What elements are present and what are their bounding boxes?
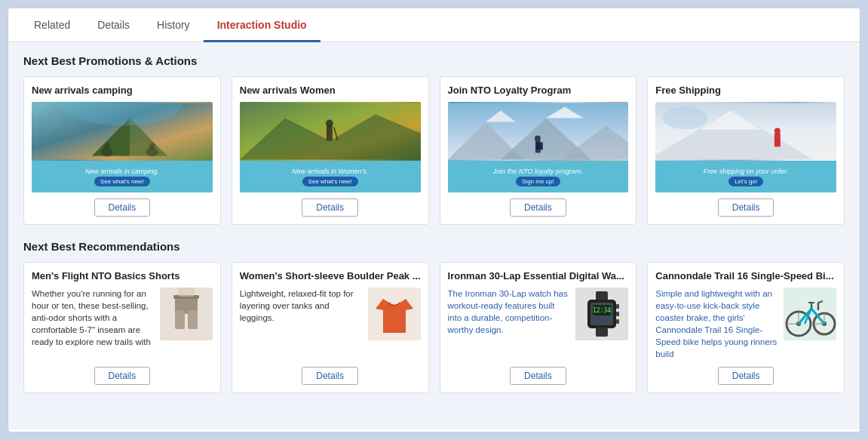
svg-point-26	[774, 128, 781, 134]
svg-rect-39	[616, 312, 619, 316]
promo-card-loyalty-title: Join NTO Loyalty Program	[448, 85, 629, 96]
tab-history[interactable]: History	[143, 8, 204, 42]
promo-loyalty-caption: Join the NTO loyalty program.	[493, 168, 583, 175]
rec-card-tshirt-details-btn[interactable]: Details	[302, 367, 358, 385]
tab-related[interactable]: Related	[20, 8, 84, 42]
svg-rect-33	[596, 291, 608, 300]
promo-women-details-btn[interactable]: Details	[302, 198, 358, 217]
rec-card-watch-details-btn[interactable]: Details	[510, 367, 566, 385]
rec-card-shorts-title: Men's Flight NTO Basics Shorts	[32, 270, 213, 282]
svg-point-11	[326, 120, 333, 128]
promo-loyalty-bottom: Join the NTO loyalty program. Sign me up…	[448, 161, 629, 192]
promo-shipping-image-area: Free shipping on your order. Let's go!	[655, 102, 836, 192]
promo-card-camping-title: New arrivals camping	[32, 85, 213, 96]
rec-card-bike: Cannondale Trail 16 Single-Speed Bi... S…	[647, 262, 845, 393]
rec-card-watch-body: The Ironman 30-Lap watch has workout-rea…	[448, 288, 629, 361]
content-area: Next Best Promotions & Actions New arriv…	[8, 42, 860, 429]
promo-shipping-caption: Free shipping on your order.	[704, 168, 789, 175]
promo-loyalty-btn[interactable]: Sign me up!	[516, 177, 560, 186]
promo-women-top-image	[240, 102, 421, 161]
promo-women-bottom: New arrivals in Women's. See what's new!	[240, 161, 421, 192]
promo-women-caption: New arrivals in Women's.	[292, 168, 368, 175]
promo-women-image-area: New arrivals in Women's. See what's new!	[240, 102, 421, 192]
promo-card-loyalty: Join NTO Loyalty Program	[440, 76, 637, 225]
rec-card-tshirt-title: Women's Short-sleeve Boulder Peak ...	[240, 270, 421, 282]
rec-card-shorts-body: Whether you're running for an hour or te…	[32, 288, 213, 361]
promo-shipping-bottom: Free shipping on your order. Let's go!	[655, 161, 836, 192]
tab-details[interactable]: Details	[84, 8, 143, 42]
rec-card-watch-text: The Ironman 30-Lap watch has workout-rea…	[448, 288, 570, 361]
rec-card-bike-details-btn[interactable]: Details	[718, 367, 774, 385]
promotions-section: Next Best Promotions & Actions New arriv…	[23, 54, 845, 225]
svg-point-6	[149, 143, 155, 149]
promo-loyalty-image-area: Join the NTO loyalty program. Sign me up…	[448, 102, 629, 192]
rec-card-shorts-details-btn[interactable]: Details	[94, 367, 151, 385]
svg-rect-10	[327, 126, 333, 141]
promo-camping-caption: New arrivals in camping.	[85, 168, 159, 175]
svg-point-20	[534, 135, 540, 141]
svg-rect-29	[175, 310, 185, 329]
promo-camping-btn[interactable]: See what's new!	[94, 177, 150, 186]
promo-card-camping: New arrivals camping	[23, 76, 221, 225]
rec-card-bike-text: Simple and lightweight with an easy-to-u…	[655, 288, 778, 361]
svg-rect-40	[616, 319, 619, 324]
promo-camping-image-area: New arrivals in camping. See what's new!	[32, 102, 213, 192]
tab-interaction-studio[interactable]: Interaction Studio	[204, 8, 321, 42]
svg-line-50	[818, 301, 823, 303]
promotions-grid: New arrivals camping	[23, 76, 845, 225]
rec-card-tshirt-image	[368, 288, 421, 340]
svg-rect-25	[774, 133, 781, 146]
rec-card-tshirt-body: Lightweight, relaxed-fit top for layerin…	[240, 288, 421, 361]
recommendations-section: Next Best Recommendations Men's Flight N…	[23, 240, 845, 393]
promo-shipping-details-btn[interactable]: Details	[718, 198, 774, 217]
rec-card-bike-body: Simple and lightweight with an easy-to-u…	[655, 288, 836, 361]
promo-card-women: New arrivals Women	[232, 76, 429, 225]
rec-card-watch: Ironman 30-Lap Essential Digital Wa... T…	[440, 262, 637, 393]
rec-card-shorts: Men's Flight NTO Basics Shorts Whether y…	[23, 262, 221, 393]
rec-card-shorts-image	[160, 288, 213, 340]
promo-shipping-btn[interactable]: Let's go!	[728, 177, 763, 186]
rec-card-watch-title: Ironman 30-Lap Essential Digital Wa...	[448, 270, 629, 282]
promo-card-shipping: Free Shipping	[647, 76, 845, 225]
tabs-bar: Related Details History Interaction Stud…	[8, 8, 860, 42]
promo-card-shipping-title: Free Shipping	[655, 85, 836, 96]
svg-rect-32	[178, 288, 195, 297]
promo-camping-details-btn[interactable]: Details	[94, 198, 151, 217]
rec-card-shorts-text: Whether you're running for an hour or te…	[32, 288, 154, 361]
promo-camping-bottom: New arrivals in camping. See what's new!	[32, 161, 213, 192]
svg-rect-30	[188, 310, 198, 329]
promo-women-btn[interactable]: See what's new!	[302, 177, 358, 186]
svg-rect-41	[596, 328, 608, 337]
rec-card-tshirt-text: Lightweight, relaxed-fit top for layerin…	[240, 288, 362, 361]
rec-card-watch-image: 12:34	[575, 288, 628, 340]
promo-camping-top-image	[32, 102, 213, 161]
promo-shipping-top-image	[655, 102, 836, 161]
rec-card-bike-title: Cannondale Trail 16 Single-Speed Bi...	[655, 270, 836, 282]
promo-loyalty-details-btn[interactable]: Details	[510, 198, 566, 217]
promo-card-women-title: New arrivals Women	[240, 85, 421, 96]
promo-loyalty-top-image	[448, 102, 629, 161]
recommendations-grid: Men's Flight NTO Basics Shorts Whether y…	[23, 262, 845, 393]
svg-text:12:34: 12:34	[593, 307, 611, 314]
rec-card-bike-image	[784, 288, 836, 340]
svg-rect-21	[535, 142, 542, 149]
promotions-title: Next Best Promotions & Actions	[23, 54, 845, 67]
svg-point-27	[663, 107, 708, 130]
svg-rect-38	[616, 304, 619, 309]
rec-card-tshirt: Women's Short-sleeve Boulder Peak ... Li…	[232, 262, 429, 393]
recommendations-title: Next Best Recommendations	[23, 240, 845, 253]
svg-point-4	[104, 143, 110, 149]
main-container: Related Details History Interaction Stud…	[8, 8, 860, 432]
